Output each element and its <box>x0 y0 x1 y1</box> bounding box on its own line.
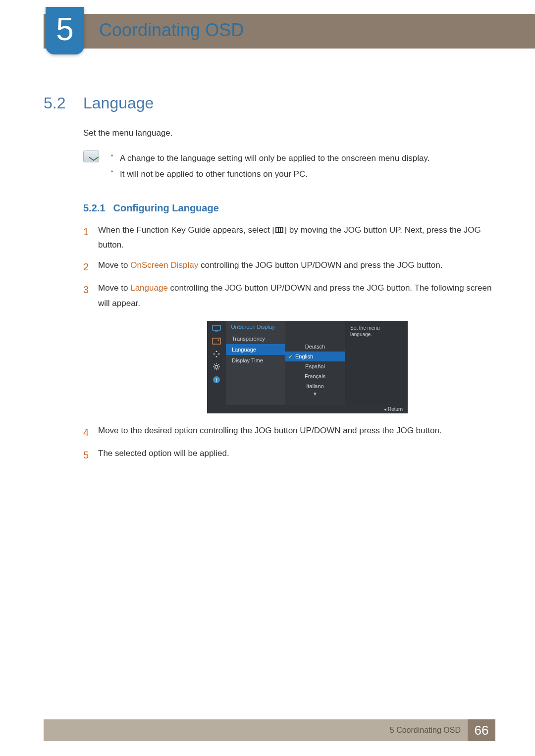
chapter-badge: 5 <box>46 7 84 54</box>
text-fragment: controlling the JOG button UP/DOWN and p… <box>198 260 442 270</box>
osd-submenu: Deutsch English Español Français Italian… <box>285 321 345 405</box>
step-text: Move to Language controlling the JOG but… <box>98 281 495 311</box>
osd-option: Deutsch <box>285 342 345 352</box>
svg-rect-0 <box>213 325 220 330</box>
page-footer: 5 Coordinating OSD 66 <box>44 719 495 741</box>
note-block: A change to the language setting will on… <box>83 151 495 183</box>
step-5: 5 The selected option will be applied. <box>83 446 495 464</box>
svg-text:i: i <box>216 377 217 383</box>
osd-option: Français <box>285 371 345 381</box>
step-text: Move to the desired option controlling t… <box>98 423 495 441</box>
chapter-title: Coordinating OSD <box>99 20 244 41</box>
section-intro: Set the menu language. <box>83 126 495 140</box>
page-number: 66 <box>468 719 495 741</box>
step-text: When the Function Key Guide appears, sel… <box>98 223 495 253</box>
return-arrow-icon: ◂ <box>384 406 388 412</box>
step-number: 3 <box>83 281 98 311</box>
osd-menu-item: Transparency <box>226 333 285 344</box>
step-text: Move to OnScreen Display controlling the… <box>98 258 495 276</box>
osd-option: Español <box>285 361 345 371</box>
note-item: A change to the language setting will on… <box>111 151 429 166</box>
monitor-icon <box>211 324 222 333</box>
subsection-title: Configuring Language <box>113 202 218 214</box>
osd-sidebar: i <box>207 321 226 405</box>
menu-icon <box>275 227 283 233</box>
osd-return-label: Return <box>388 406 403 412</box>
text-fragment: Move to <box>98 260 130 270</box>
step-number: 2 <box>83 258 98 276</box>
section-heading: 5.2 Language <box>44 94 495 112</box>
subsection-heading: 5.2.1 Configuring Language <box>83 202 495 214</box>
step-text: The selected option will be applied. <box>98 446 495 464</box>
osd-screenshot: i OnScreen Display Transparency Language… <box>207 321 408 413</box>
subsection-number: 5.2.1 <box>83 202 105 214</box>
highlight: OnScreen Display <box>130 260 198 270</box>
step-4: 4 Move to the desired option controlling… <box>83 423 495 441</box>
step-number: 1 <box>83 223 98 253</box>
osd-menu-item: Display Time <box>226 355 285 366</box>
svg-rect-1 <box>215 331 218 332</box>
section-title: Language <box>83 94 154 112</box>
note-icon <box>83 151 99 162</box>
osd-footer: ◂ Return <box>207 405 408 413</box>
osd-menu-header: OnScreen Display <box>226 321 285 333</box>
step-number: 5 <box>83 446 98 464</box>
svg-rect-2 <box>213 338 220 344</box>
step-2: 2 Move to OnScreen Display controlling t… <box>83 258 495 276</box>
chevron-down-icon: ▼ <box>285 391 345 397</box>
gear-icon <box>211 362 222 371</box>
note-item: It will not be applied to other function… <box>111 166 429 182</box>
osd-menu: OnScreen Display Transparency Language D… <box>226 321 285 405</box>
info-icon: i <box>211 375 222 384</box>
osd-menu-item-selected: Language <box>226 344 285 355</box>
svg-point-3 <box>218 340 219 341</box>
osd-option: Italiano <box>285 381 345 391</box>
svg-point-4 <box>215 365 218 368</box>
section-number: 5.2 <box>44 94 83 112</box>
step-3: 3 Move to Language controlling the JOG b… <box>83 281 495 311</box>
picture-icon <box>211 337 222 346</box>
text-fragment: Move to <box>98 283 130 293</box>
text-fragment: When the Function Key Guide appears, sel… <box>98 225 274 235</box>
page-content: 5.2 Language Set the menu language. A ch… <box>44 94 495 469</box>
osd-info-panel: Set the menu language. <box>345 321 408 405</box>
osd-option-active: English <box>285 352 345 361</box>
footer-label: 5 Coordinating OSD <box>390 726 461 735</box>
arrows-icon <box>211 350 222 358</box>
highlight: Language <box>130 283 168 293</box>
step-number: 4 <box>83 423 98 441</box>
step-1: 1 When the Function Key Guide appears, s… <box>83 223 495 253</box>
